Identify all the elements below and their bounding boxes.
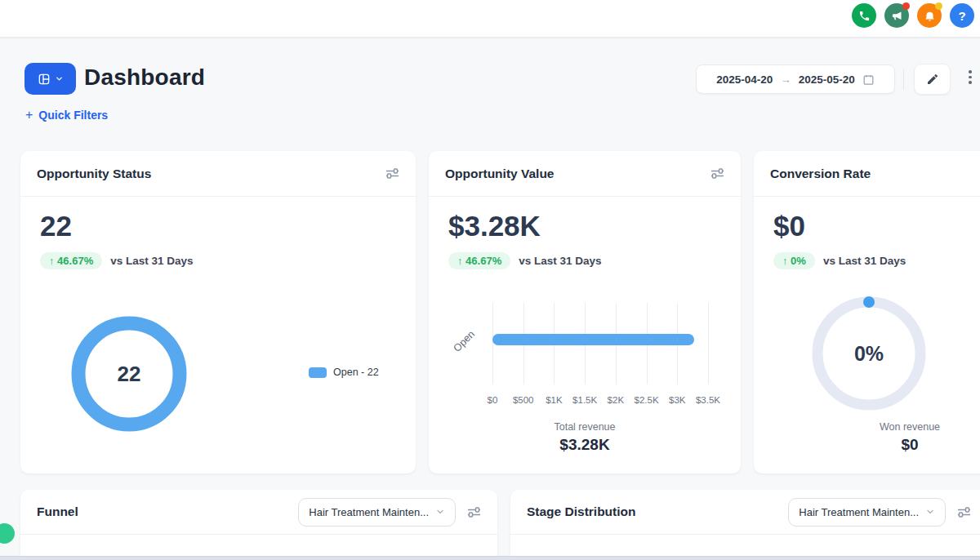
x-tick-label: $2K [608, 395, 624, 405]
header-divider [903, 69, 904, 90]
pipeline-select-value: Hair Treatment Mainten... [799, 506, 919, 518]
horizontal-scrollbar[interactable] [0, 556, 980, 560]
footer-label: Total revenue [429, 421, 741, 433]
chevron-down-icon [435, 507, 445, 517]
kpi-block: $3.28K ↑ 46.67% vs Last 31 Days [448, 211, 602, 269]
card-conversion-rate: Conversion Rate $0 ↑ 0% vs Last 31 Days … [754, 151, 980, 473]
card-stage-distribution: Stage Distribution Hair Treatment Mainte… [510, 490, 980, 560]
donut-chart-conversion: 0% [808, 292, 930, 415]
pipeline-select[interactable]: Hair Treatment Mainten... [298, 498, 456, 527]
x-tick-label: $1K [546, 395, 562, 405]
widget-settings-button[interactable] [710, 168, 724, 179]
card-title: Conversion Rate [770, 167, 871, 181]
donut-center-label: 0% [808, 292, 930, 415]
card-opportunity-value: Opportunity Value $3.28K ↑ 46.67% vs Las… [429, 151, 741, 473]
date-from: 2025-04-20 [716, 73, 773, 86]
dashboard-switcher-button[interactable] [24, 63, 76, 95]
notification-badge [935, 2, 942, 10]
dashboard-page: ? Dashboard 2025-04-20 → 2025-05-20 + Qu… [0, 0, 980, 560]
donut-center-label: 22 [69, 313, 189, 434]
topbar: ? [0, 0, 980, 37]
sliders-icon [385, 168, 399, 179]
bar-category-label: Open [452, 328, 478, 354]
bar-open [492, 334, 694, 345]
card-title: Stage Distribution [527, 504, 635, 519]
bell-icon [924, 10, 936, 22]
megaphone-icon [891, 10, 903, 22]
kpi-block: 22 ↑ 46.67% vs Last 31 Days [40, 211, 194, 269]
card-title: Funnel [37, 504, 78, 519]
notifications-button[interactable] [917, 3, 942, 28]
sliders-icon [710, 168, 724, 179]
chart-legend: Open - 22 [309, 367, 379, 378]
kpi-value: 22 [40, 211, 194, 240]
delta-badge: ↑ 46.67% [448, 252, 510, 269]
kpi-value: $0 [773, 211, 906, 240]
card-title: Opportunity Value [445, 167, 554, 181]
edit-dashboard-button[interactable] [914, 64, 951, 95]
bar-chart-plot [492, 303, 708, 384]
footer-label: Won revenue [754, 421, 980, 433]
phone-icon [858, 10, 871, 22]
card-header: Conversion Rate [754, 151, 980, 197]
pencil-icon [926, 73, 939, 86]
phone-button[interactable] [852, 3, 876, 28]
delta-badge: ↑ 0% [773, 252, 815, 269]
topbar-icon-group: ? [852, 3, 974, 28]
quick-filters-label: Quick Filters [38, 109, 108, 122]
calendar-icon [862, 73, 875, 86]
vs-label: vs Last 31 Days [110, 255, 193, 267]
page-title: Dashboard [84, 64, 205, 91]
sliders-icon [467, 507, 481, 518]
footer-value: $0 [754, 436, 980, 454]
sliders-icon [957, 507, 971, 518]
question-icon: ? [958, 9, 965, 23]
date-range-picker[interactable]: 2025-04-20 → 2025-05-20 [696, 64, 895, 94]
pipeline-select[interactable]: Hair Treatment Mainten... [788, 498, 946, 527]
kpi-value: $3.28K [448, 211, 602, 240]
card-header: Opportunity Value [429, 151, 741, 197]
vs-label: vs Last 31 Days [519, 255, 601, 267]
donut-chart-open: 22 [69, 313, 189, 434]
vs-label: vs Last 31 Days [823, 255, 906, 267]
x-tick-label: $0 [488, 395, 498, 405]
card-title: Opportunity Status [37, 167, 151, 181]
chevron-down-icon [925, 507, 935, 517]
card-header: Funnel Hair Treatment Mainten... [20, 490, 497, 535]
unread-badge [902, 2, 910, 10]
card-header: Stage Distribution Hair Treatment Mainte… [510, 490, 980, 535]
help-button[interactable]: ? [950, 3, 974, 28]
widget-settings-button[interactable] [957, 507, 971, 518]
x-tick-label: $1.5K [572, 395, 597, 405]
card-header: Opportunity Status [20, 151, 416, 197]
chat-widget-button[interactable] [0, 523, 15, 544]
x-tick-label: $3K [669, 395, 685, 405]
chevron-down-icon [55, 74, 64, 83]
card-opportunity-status: Opportunity Status 22 ↑ 46.67% vs Last 3… [20, 151, 416, 473]
kpi-block: $0 ↑ 0% vs Last 31 Days [773, 211, 906, 269]
date-to: 2025-05-20 [799, 73, 855, 86]
bar-chart-ticks: $0$500$1K$1.5K$2K$2.5K$3K$3.5K [492, 395, 708, 407]
x-tick-label: $2.5K [635, 395, 659, 405]
x-tick-label: $3.5K [696, 395, 720, 405]
card-funnel: Funnel Hair Treatment Mainten... [20, 490, 497, 560]
widget-settings-button[interactable] [385, 168, 399, 179]
pipeline-select-value: Hair Treatment Mainten... [309, 506, 429, 518]
legend-swatch [309, 367, 327, 378]
delta-badge: ↑ 46.67% [40, 252, 102, 269]
footer-value: $3.28K [429, 436, 741, 454]
more-options-button[interactable] [964, 70, 977, 88]
announcements-button[interactable] [884, 3, 909, 28]
plus-icon: + [25, 108, 33, 122]
layout-grid-icon [38, 73, 51, 86]
legend-label: Open - 22 [333, 367, 379, 378]
x-tick-label: $500 [513, 395, 534, 405]
quick-filters-link[interactable]: + Quick Filters [25, 108, 108, 122]
widget-settings-button[interactable] [467, 507, 481, 518]
arrow-right-icon: → [780, 73, 791, 86]
